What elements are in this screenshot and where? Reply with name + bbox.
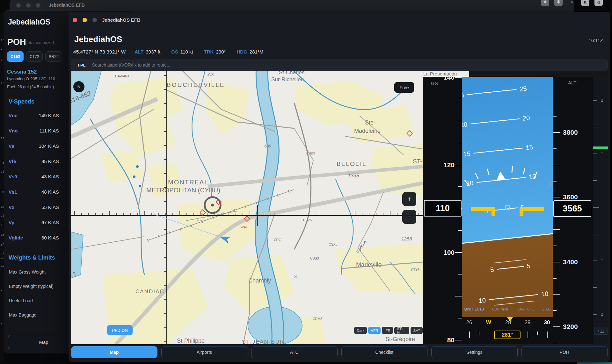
a-app-icon[interactable]: a [594, 0, 603, 6]
dot-icon[interactable]: ● [568, 0, 576, 6]
svg-text:10: 10 [478, 296, 486, 304]
map-label: ST-HIL [413, 158, 423, 165]
map-label: La Présentation [423, 71, 457, 76]
map-label: CRM3 [313, 317, 322, 321]
map-canvas[interactable]: St-CharlesSur-Richelieu216CA-0463BOUCHER… [71, 71, 423, 344]
svg-text:5: 5 [527, 262, 531, 269]
map-label: -33↓ [197, 218, 204, 222]
tab-settings[interactable]: Settings [431, 346, 518, 358]
aircraft-tabs: C152C172SR22 [7, 51, 62, 62]
vsi-tick [593, 314, 597, 315]
status-bar: 45.4727° N 73.3921° W ALT 3937 ft GS 110… [73, 47, 274, 56]
aircraft-tab-c172[interactable]: C172 [26, 51, 43, 62]
airspeed-tick [455, 252, 462, 253]
poh-hint: Jeb memorized [26, 40, 54, 45]
panel-gap [469, 71, 608, 77]
svg-text:25: 25 [519, 85, 527, 93]
search-input[interactable] [91, 62, 607, 68]
heading-tick [537, 332, 538, 335]
weight-row: Useful Load [9, 293, 66, 308]
tab-map[interactable]: Map [71, 346, 157, 358]
heading-tick-label: W [486, 319, 491, 326]
close-icon[interactable] [73, 18, 77, 22]
aircraft-tab-sr22[interactable]: SR22 [45, 51, 62, 62]
alt-value: 3937 ft [146, 49, 160, 54]
vspeed-row: Vfe85 KIAS [9, 153, 59, 169]
vspeed-label: Vy [9, 220, 14, 225]
spiral-icon[interactable]: ❋ [554, 0, 563, 6]
pfd-toggle-button[interactable]: PFD ON [107, 325, 133, 335]
tab-atc[interactable]: ATC [251, 346, 338, 358]
vsi-tick [593, 100, 597, 101]
trk-value: 290° [216, 49, 226, 54]
map-label: Madeleine [354, 128, 381, 134]
pressure-value: 889 hPa [492, 307, 508, 311]
qnh-value: QNH 1013 [464, 307, 484, 311]
map-style-ifr[interactable]: IFR [382, 327, 393, 334]
vspeed-row: Vy67 KIAS [9, 215, 59, 230]
map-style-ifr-hi[interactable]: IFR Hi [394, 327, 410, 334]
map-label: ST-JEAN-SUR [242, 339, 284, 344]
altitude-tick [553, 326, 560, 327]
vspeed-label: Vglide [9, 235, 23, 240]
weights-list: Max Gross WeightEmpty Weight (typical)Us… [9, 265, 66, 322]
altitude-tick [553, 148, 557, 149]
aircraft-name: Cessna 152 [7, 69, 37, 75]
heading-tick [479, 332, 479, 335]
map-label: St-Philippe- [177, 338, 207, 344]
map-style-dark[interactable]: Dark [354, 327, 367, 334]
map-label: CSX5 [329, 242, 338, 246]
airspeed-tick [455, 296, 462, 296]
airspeed-tick-label: 80 [447, 336, 455, 344]
altitude-readout: 3565 [553, 200, 591, 217]
tab-poh[interactable]: POH [521, 346, 608, 358]
airspeed-tick [458, 274, 462, 275]
vspeed-row: Vx55 KIAS [9, 199, 59, 215]
vspeed-label: Vfe [9, 159, 16, 164]
oat-value: OAT 8°C [518, 307, 535, 311]
svg-text:5: 5 [490, 266, 494, 273]
spiral-icon[interactable]: ❋ [541, 0, 549, 6]
vspeed-label: Va [9, 143, 14, 149]
tab-checklist[interactable]: Checklist [341, 346, 428, 358]
aircraft-tab-c152[interactable]: C152 [7, 51, 24, 62]
svg-text:20: 20 [462, 121, 468, 128]
tab-airports[interactable]: Airports [161, 346, 248, 358]
gs-value: 110 kt [180, 49, 193, 54]
altitude-tick-label: 3200 [563, 323, 578, 331]
route-search-bar: FPL [71, 59, 608, 71]
vsi-tick [593, 153, 597, 154]
g-load-value: 1.1G [542, 307, 551, 311]
free-mode-button[interactable]: Free [394, 82, 414, 93]
desktop: JebediahOS EFB ❋❋●aa y-eir'ocd4di8698die… [0, 0, 612, 364]
map-style-vfr[interactable]: VFR [368, 327, 381, 334]
heading-tick [469, 332, 470, 338]
airspeed-tick [458, 230, 462, 231]
zoom-in-button[interactable]: + [402, 192, 416, 206]
north-up-button[interactable]: N [73, 81, 84, 92]
altitude-tick-label: 3400 [563, 258, 578, 266]
flight-symbol-right-wing [520, 207, 544, 211]
vspeed-value: 43 KIAS [41, 174, 59, 179]
zoom-icon[interactable] [92, 18, 97, 22]
airspeed-tick [455, 77, 462, 78]
svg-text:15: 15 [463, 150, 470, 158]
vspeed-row: Vne149 KIAS [9, 108, 59, 123]
trk-label: TRK [204, 49, 214, 54]
altitude-tick [553, 181, 557, 182]
minimize-icon[interactable] [83, 18, 87, 22]
a-app-icon[interactable]: a [581, 0, 589, 6]
code-fragment: i [1, 59, 2, 62]
vspeed-row: Vglide60 KIAS [9, 230, 59, 245]
airspeed-tick [458, 186, 462, 187]
airspeed-tick-label: 120 [443, 161, 455, 169]
vsi-tick [593, 234, 597, 234]
map-label: St-Charles [279, 71, 304, 75]
weight-row: Max Baggage [9, 308, 66, 322]
vertical-speed-readout: +11 [594, 327, 608, 335]
airspeed-tick [455, 340, 462, 340]
map-label: (L') [71, 272, 76, 277]
zoom-out-button[interactable]: − [402, 210, 416, 224]
map-style-sat[interactable]: SAT [411, 327, 423, 334]
airspeed-tick [458, 99, 462, 99]
